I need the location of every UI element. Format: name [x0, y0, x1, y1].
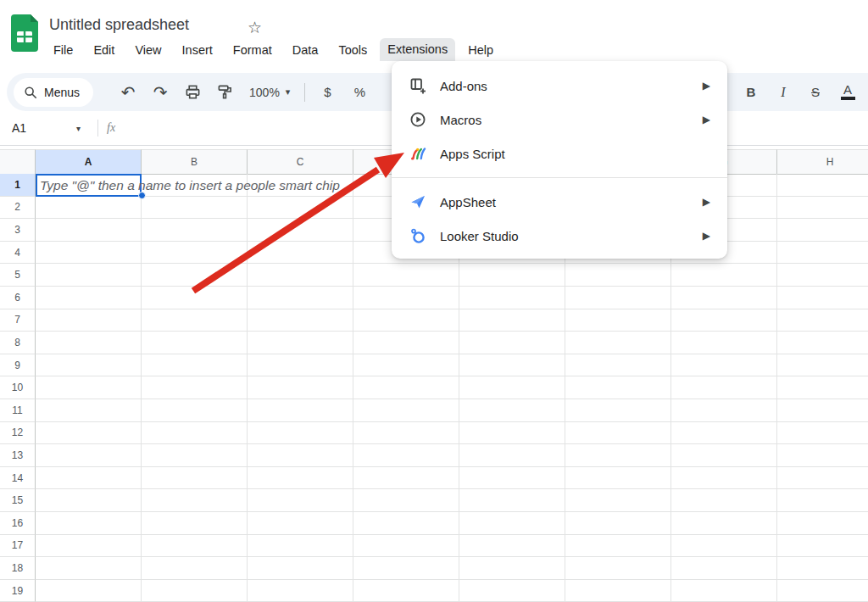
- column-header-H[interactable]: H: [777, 149, 868, 175]
- menu-item-label: Looker Studio: [440, 229, 690, 243]
- menu-extensions[interactable]: Extensions: [380, 38, 455, 61]
- paint-format-button[interactable]: [209, 78, 241, 107]
- row-header-17[interactable]: 17: [0, 535, 36, 558]
- italic-button[interactable]: I: [767, 78, 799, 107]
- apps-script-icon: [409, 144, 427, 163]
- name-box[interactable]: A1: [0, 121, 76, 135]
- text-color-icon: A: [843, 84, 852, 96]
- row-header-1[interactable]: 1: [0, 174, 36, 197]
- row-header-4[interactable]: 4: [0, 242, 36, 265]
- row-header-8[interactable]: 8: [0, 332, 36, 354]
- menu-item-label: Add-ons: [440, 79, 690, 93]
- row-header-6[interactable]: 6: [0, 287, 36, 309]
- row-header-3[interactable]: 3: [0, 219, 36, 242]
- row-header-14[interactable]: 14: [0, 467, 36, 490]
- row-header-16[interactable]: 16: [0, 512, 36, 535]
- menu-file[interactable]: File: [46, 40, 81, 60]
- chevron-down-icon[interactable]: ▾: [76, 124, 81, 133]
- menu-format[interactable]: Format: [225, 40, 280, 60]
- menu-insert[interactable]: Insert: [175, 40, 220, 60]
- row-header-2[interactable]: 2: [0, 197, 36, 220]
- italic-icon: I: [781, 85, 785, 100]
- column-header-C[interactable]: C: [248, 149, 353, 175]
- menu-item-apps-script[interactable]: Apps Script: [392, 137, 727, 170]
- menus-search-button[interactable]: Menus: [14, 78, 93, 107]
- format-currency-button[interactable]: $: [311, 78, 343, 107]
- format-percent-button[interactable]: %: [343, 78, 376, 107]
- strikethrough-icon: S: [811, 85, 820, 99]
- menu-item-macros[interactable]: Macros ▶: [392, 103, 727, 137]
- row-header-12[interactable]: 12: [0, 422, 36, 445]
- undo-icon: ↶: [121, 82, 136, 103]
- row-header-15[interactable]: 15: [0, 489, 36, 512]
- appsheet-icon: [409, 192, 427, 211]
- text-color-bar: [841, 97, 855, 100]
- row-header-9[interactable]: 9: [0, 354, 36, 377]
- submenu-arrow-icon: ▶: [703, 196, 710, 208]
- menu-tools[interactable]: Tools: [331, 40, 375, 60]
- text-color-button[interactable]: A: [832, 78, 864, 107]
- print-icon: [185, 84, 201, 100]
- undo-button[interactable]: ↶: [112, 78, 144, 107]
- menus-label: Menus: [44, 86, 80, 99]
- print-button[interactable]: [176, 78, 209, 107]
- bold-icon: B: [747, 85, 756, 99]
- menu-help[interactable]: Help: [460, 40, 501, 60]
- zoom-value: 100%: [249, 86, 280, 99]
- menu-bar: File Edit View Insert Format Data Tools …: [46, 38, 501, 61]
- document-title[interactable]: Untitled spreadsheet: [49, 16, 189, 34]
- star-icon[interactable]: ☆: [248, 18, 262, 37]
- currency-icon: $: [324, 85, 331, 99]
- extensions-dropdown-menu: Add-ons ▶ Macros ▶ Apps Script: [392, 61, 727, 259]
- toolbar-divider: [304, 83, 305, 102]
- paint-format-icon: [217, 84, 233, 100]
- cell-a1-placeholder-text: Type "@" then a name to insert a people …: [40, 174, 340, 197]
- menu-data[interactable]: Data: [285, 40, 326, 60]
- menu-item-appsheet[interactable]: AppSheet ▶: [392, 185, 727, 219]
- row-header-18[interactable]: 18: [0, 557, 36, 580]
- submenu-arrow-icon: ▶: [703, 230, 710, 242]
- menu-view[interactable]: View: [127, 40, 169, 60]
- submenu-arrow-icon: ▶: [703, 80, 710, 92]
- row-header-5[interactable]: 5: [0, 264, 36, 287]
- row-header-13[interactable]: 13: [0, 444, 36, 467]
- fx-icon: fx: [107, 121, 115, 135]
- menu-item-looker-studio[interactable]: Looker Studio ▶: [392, 219, 727, 253]
- strikethrough-button[interactable]: S: [799, 78, 832, 107]
- menu-item-label: Apps Script: [440, 147, 710, 161]
- zoom-control[interactable]: 100% ▾: [241, 86, 298, 99]
- percent-icon: %: [354, 85, 365, 99]
- column-header-B[interactable]: B: [142, 149, 248, 175]
- looker-studio-icon: [409, 226, 427, 245]
- toolbar-right-group: B I S A: [735, 73, 868, 111]
- row-header-11[interactable]: 11: [0, 399, 36, 422]
- submenu-arrow-icon: ▶: [703, 114, 710, 125]
- menu-item-label: AppSheet: [440, 195, 690, 209]
- chevron-down-icon: ▾: [286, 86, 291, 98]
- menu-edit[interactable]: Edit: [86, 40, 122, 60]
- search-icon: [24, 86, 37, 99]
- column-header-A[interactable]: A: [36, 149, 142, 175]
- menu-item-add-ons[interactable]: Add-ons ▶: [392, 69, 727, 103]
- formula-bar-divider: [97, 120, 98, 137]
- select-all-corner[interactable]: [0, 149, 36, 175]
- row-header-7[interactable]: 7: [0, 309, 36, 332]
- menu-divider: [392, 177, 727, 178]
- macros-icon: [409, 110, 427, 129]
- google-sheets-logo: [10, 14, 39, 53]
- row-header-10[interactable]: 10: [0, 376, 36, 399]
- redo-button[interactable]: ↷: [144, 78, 176, 107]
- add-ons-icon: [409, 76, 427, 95]
- redo-icon: ↷: [153, 82, 168, 103]
- menu-item-label: Macros: [440, 113, 690, 127]
- bold-button[interactable]: B: [735, 78, 767, 107]
- row-header-19[interactable]: 19: [0, 580, 36, 602]
